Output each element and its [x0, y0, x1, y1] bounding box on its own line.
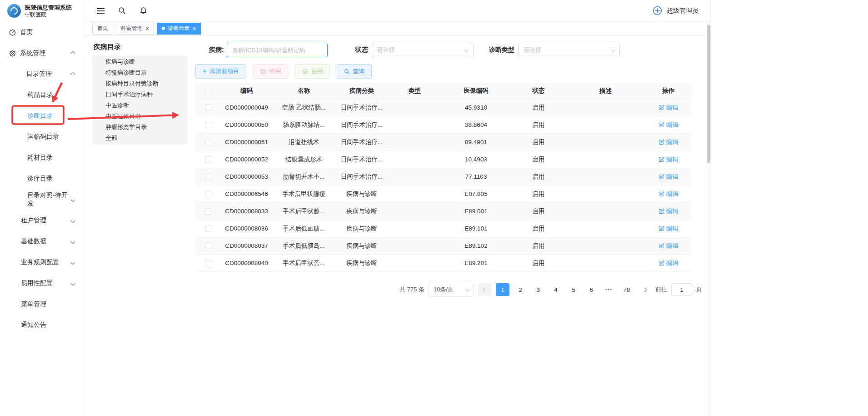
plus-icon: + — [203, 68, 207, 75]
catalog-item[interactable]: 全部 — [92, 133, 187, 144]
cell-insurance-code: E07.805 — [441, 185, 511, 202]
gear-icon — [9, 50, 16, 57]
row-checkbox[interactable] — [205, 139, 211, 145]
cell-category: 日间手术治疗... — [335, 134, 389, 150]
more-pages-button[interactable]: ••• — [602, 283, 616, 296]
page-number-button[interactable]: 78 — [620, 283, 634, 296]
cell-desc — [566, 168, 645, 185]
sidebar-item-system-mgmt[interactable]: 系统管理 — [0, 43, 84, 64]
edit-button[interactable]: 编辑 — [658, 138, 678, 146]
edit-button[interactable]: 编辑 — [658, 242, 678, 250]
table-row: CD0000000053 肋骨切开术不... 日间手术治疗... 77.1103… — [195, 168, 691, 185]
chevron-down-icon — [610, 47, 615, 52]
cell-type — [389, 99, 441, 116]
status-select[interactable]: 请选择 — [372, 43, 474, 57]
next-page-button[interactable] — [638, 283, 651, 296]
diagnosis-type-select[interactable]: 请选择 — [518, 43, 620, 57]
edit-icon — [658, 191, 664, 197]
row-checkbox[interactable] — [205, 243, 211, 249]
edit-button[interactable]: 编辑 — [658, 207, 678, 216]
page-number-button[interactable]: 4 — [549, 283, 563, 296]
search-icon[interactable] — [117, 6, 126, 15]
add-item-button[interactable]: + 添加新项目 — [195, 64, 246, 79]
select-all-checkbox[interactable] — [205, 88, 211, 94]
row-checkbox[interactable] — [205, 226, 211, 232]
edit-icon — [658, 243, 664, 249]
cell-name: 空肠-乙状结肠... — [273, 99, 335, 116]
status-filter-label: 状态 — [355, 46, 368, 54]
edit-icon — [658, 156, 664, 162]
tab-bar: 首页 科室管理 × 诊断目录 × — [84, 22, 710, 35]
goto-page-input[interactable] — [671, 283, 692, 296]
edit-button[interactable]: 编辑 — [658, 173, 678, 181]
enable-button[interactable]: 启用 — [295, 64, 330, 79]
row-checkbox[interactable] — [205, 105, 211, 111]
sidebar-item-treatment-catalog[interactable]: 诊疗目录 — [0, 168, 84, 189]
tab-diagnosis-catalog[interactable]: 诊断目录 × — [157, 23, 201, 35]
sidebar-item-national-code-catalog[interactable]: 国临码目录 — [0, 126, 84, 147]
page-size-select[interactable]: 10条/页 — [429, 283, 474, 296]
close-tab-icon[interactable]: × — [192, 25, 196, 32]
row-checkbox[interactable] — [205, 174, 211, 180]
edit-button[interactable]: 编辑 — [658, 104, 678, 112]
row-checkbox[interactable] — [205, 208, 211, 215]
edit-button[interactable]: 编辑 — [658, 225, 678, 233]
catalog-item[interactable]: 日间手术治疗病种 — [92, 89, 187, 100]
edit-button[interactable]: 编辑 — [658, 259, 678, 267]
row-checkbox[interactable] — [205, 260, 211, 266]
page-number-button[interactable]: 6 — [584, 283, 598, 296]
sidebar-item-menu-mgmt[interactable]: 菜单管理 — [0, 294, 84, 315]
goto-label: 前往 — [655, 286, 667, 294]
edit-button[interactable]: 编辑 — [658, 155, 678, 164]
page-number-button[interactable]: 3 — [531, 283, 545, 296]
sidebar-item-base-data[interactable]: 基础数据 — [0, 231, 84, 252]
scrollbar-track[interactable] — [707, 22, 710, 416]
catalog-item[interactable]: 特慢病诊断目录 — [92, 67, 187, 78]
page-number-button[interactable]: 5 — [567, 283, 580, 296]
cell-status: 启用 — [511, 151, 566, 168]
disease-search-input[interactable] — [227, 43, 328, 57]
tab-home[interactable]: 首页 — [92, 23, 113, 35]
sidebar-item-notice[interactable]: 通知公告 — [0, 315, 84, 336]
collapse-menu-icon[interactable] — [96, 6, 105, 15]
sidebar-item-business-rules[interactable]: 业务规则配置 — [0, 252, 84, 273]
bell-icon[interactable] — [139, 6, 148, 15]
cell-name: 泪道挂线术 — [273, 134, 335, 150]
cell-code: CD0000006546 — [220, 185, 273, 202]
sidebar-item-tenant-mgmt[interactable]: 租户管理 — [0, 210, 84, 231]
row-checkbox[interactable] — [205, 156, 211, 163]
sidebar-item-usability-config[interactable]: 易用性配置 — [0, 273, 84, 294]
row-checkbox[interactable] — [205, 122, 211, 128]
select-placeholder: 请选择 — [377, 46, 395, 54]
sidebar-item-catalog-mgmt[interactable]: 目录管理 — [0, 64, 84, 85]
admin-name: 超级管理员 — [667, 7, 698, 15]
catalog-item[interactable]: 按病种目录付费诊断 — [92, 78, 187, 89]
page-number-button[interactable]: 1 — [496, 283, 509, 296]
page-number-button[interactable]: 2 — [514, 283, 527, 296]
sidebar-item-catalog-mapping[interactable]: 目录对照-待开发 — [0, 189, 84, 210]
catalog-item[interactable]: 中医诊断 — [92, 100, 187, 111]
catalog-item[interactable]: 肿瘤形态学目录 — [92, 122, 187, 133]
edit-button[interactable]: 编辑 — [658, 190, 678, 198]
query-button[interactable]: 查询 — [337, 64, 372, 79]
disable-button[interactable]: 停用 — [253, 64, 288, 79]
page-size-value: 10条/页 — [434, 286, 454, 294]
user-menu[interactable]: 超级管理员 — [652, 5, 698, 16]
row-checkbox[interactable] — [205, 191, 211, 197]
tab-department-mgmt[interactable]: 科室管理 × — [116, 23, 154, 35]
sidebar-item-label: 菜单管理 — [21, 300, 46, 308]
scrollbar-thumb[interactable] — [707, 25, 710, 163]
prev-page-button[interactable] — [478, 283, 492, 296]
sidebar-item-diagnosis-catalog[interactable]: 诊断目录 — [0, 105, 84, 126]
cell-insurance-code: 38.8604 — [441, 116, 511, 133]
sidebar-item-label: 易用性配置 — [21, 279, 53, 287]
sidebar-item-drug-catalog[interactable]: 药品目录 — [0, 85, 84, 105]
sidebar-item-consumables-catalog[interactable]: 耗材目录 — [0, 147, 84, 168]
sidebar-menu: 首页 系统管理 目录管理 药品目录 诊断目录 国临码目录 — [0, 22, 84, 336]
edit-button[interactable]: 编辑 — [658, 121, 678, 129]
close-tab-icon[interactable]: × — [145, 25, 149, 32]
catalog-item[interactable]: 疾病与诊断 — [92, 56, 187, 67]
sidebar-item-home[interactable]: 首页 — [0, 22, 84, 43]
cell-type — [389, 151, 441, 168]
catalog-item[interactable]: 中医证候目录 — [92, 111, 187, 122]
